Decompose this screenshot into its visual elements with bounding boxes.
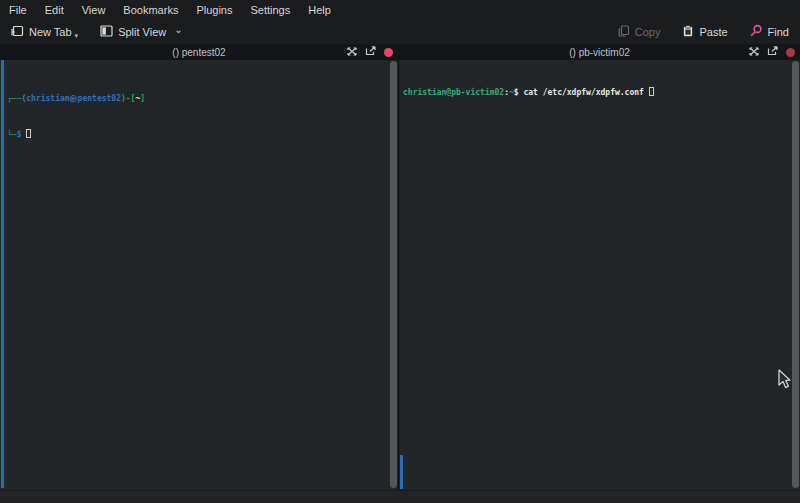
split-view-icon <box>100 25 113 39</box>
find-icon <box>750 24 763 39</box>
terminal-cursor-left <box>26 129 31 138</box>
close-pane-button-left[interactable] <box>384 48 393 57</box>
new-tab-button[interactable]: New Tab ▾ <box>8 23 81 41</box>
konsole-window: File Edit View Bookmarks Plugins Setting… <box>0 0 800 503</box>
maximize-split-icon[interactable] <box>749 47 759 58</box>
detach-tab-icon[interactable] <box>365 46 376 58</box>
menu-help[interactable]: Help <box>308 4 331 16</box>
toolbar-left-group: New Tab ▾ Split View ⌄ <box>8 23 186 41</box>
menu-bookmarks[interactable]: Bookmarks <box>123 4 178 16</box>
terminal-left-text: ┌──(christian㉿pentest02)-[~] └─$ <box>7 69 145 165</box>
pane-header-right-icons <box>749 44 795 60</box>
prompt-line-1: ┌──(christian㉿pentest02)-[~] <box>7 93 145 105</box>
pane-header-left[interactable]: () pentest02 <box>0 44 398 60</box>
pane-title-left: () pentest02 <box>172 47 225 58</box>
scrollbar-left-pane[interactable] <box>390 61 397 488</box>
scrollbar-thumb-left[interactable] <box>390 61 397 488</box>
copy-icon <box>618 25 630 39</box>
close-pane-button-right[interactable] <box>786 48 795 57</box>
menu-bar: File Edit View Bookmarks Plugins Setting… <box>0 0 800 19</box>
new-tab-icon <box>11 25 24 39</box>
pane-pentest02: () pentest02 <box>0 44 399 490</box>
new-tab-caret-icon: ▾ <box>75 32 79 39</box>
menu-edit[interactable]: Edit <box>45 4 64 16</box>
menu-view[interactable]: View <box>82 4 106 16</box>
pane-header-left-icons <box>347 44 393 60</box>
pane-title-right: () pb-victim02 <box>569 47 630 58</box>
terminal-pb-victim02[interactable]: christian@pb-victim02:~$ cat /etc/xdpfw/… <box>399 60 800 490</box>
terminal-right-text: christian@pb-victim02:~$ cat /etc/xdpfw/… <box>403 63 654 123</box>
scrollbar-thumb-right[interactable] <box>792 61 799 488</box>
new-tab-label: New Tab <box>29 26 72 38</box>
split-view-button[interactable]: Split View ⌄ <box>97 23 186 41</box>
paste-button[interactable]: Paste <box>679 23 730 41</box>
pane-pb-victim02: () pb-victim02 <box>399 44 800 490</box>
toolbar: New Tab ▾ Split View ⌄ <box>0 19 800 44</box>
terminal-cursor-right <box>649 87 654 96</box>
find-button[interactable]: Find <box>747 22 792 41</box>
pane-header-right[interactable]: () pb-victim02 <box>399 44 800 60</box>
menu-plugins[interactable]: Plugins <box>196 4 232 16</box>
menu-file[interactable]: File <box>9 4 27 16</box>
scroll-position-indicator <box>400 455 403 489</box>
toolbar-right-group: Copy Paste <box>615 22 792 41</box>
split-view-label: Split View <box>118 26 166 38</box>
prompt-line: christian@pb-victim02:~$ cat /etc/xdpfw/… <box>403 87 654 99</box>
maximize-split-icon[interactable] <box>347 47 357 58</box>
find-label: Find <box>768 26 789 38</box>
terminal-pentest02[interactable]: ┌──(christian㉿pentest02)-[~] └─$ <box>0 60 398 490</box>
paste-label: Paste <box>699 26 727 38</box>
copy-button[interactable]: Copy <box>615 23 664 41</box>
paste-icon <box>682 25 694 39</box>
prompt-line-2: └─$ <box>7 129 145 141</box>
menu-settings[interactable]: Settings <box>250 4 290 16</box>
detach-tab-icon[interactable] <box>767 46 778 58</box>
split-view-chevron-icon: ⌄ <box>174 24 182 35</box>
window-bottom-edge <box>0 490 800 503</box>
copy-label: Copy <box>635 26 661 38</box>
split-container: () pentest02 <box>0 44 800 490</box>
mouse-pointer-icon <box>777 369 792 390</box>
active-pane-indicator <box>1 60 4 488</box>
scrollbar-right-pane[interactable] <box>792 61 799 488</box>
